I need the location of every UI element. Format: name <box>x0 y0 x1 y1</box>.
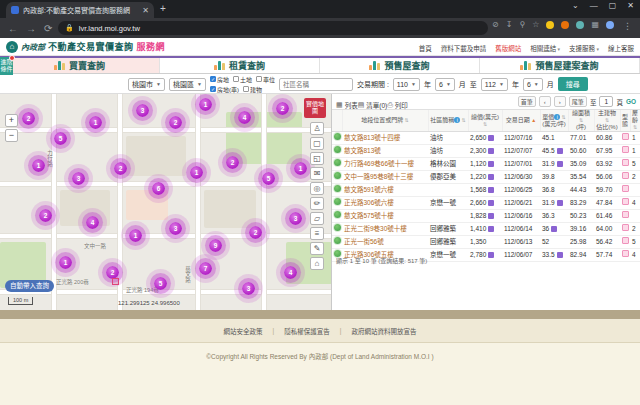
detail-icon[interactable] <box>622 198 629 205</box>
district-select[interactable]: 桃園區▼ <box>169 78 206 91</box>
nav-item-支援服務[interactable]: 支援服務 ▾ <box>569 43 599 53</box>
next-page-button[interactable]: › <box>554 96 566 107</box>
checkbox-box[interactable] <box>210 86 216 92</box>
address-link[interactable]: 力行路469巷66號十一樓 <box>344 160 414 167</box>
parking-included-icon[interactable] <box>488 252 494 258</box>
nav-item-線上客服[interactable]: 線上客服 <box>608 43 634 53</box>
site-logo[interactable]: ⌂ 內政部 不動產交易實價查詢 服務網 <box>6 40 165 53</box>
parking-included-icon[interactable] <box>557 148 563 154</box>
detail-icon[interactable] <box>622 211 629 218</box>
view-清單(0)[interactable]: ▤清單(0) <box>358 100 388 110</box>
checkbox-房地(車)[interactable]: 房地(車) <box>210 85 239 94</box>
price-cluster-marker[interactable]: 6 <box>152 182 165 195</box>
checkbox-房地[interactable]: 房地 <box>210 75 229 84</box>
sort-icon[interactable]: ⇅ <box>460 117 466 123</box>
map-pin-icon[interactable] <box>334 159 341 166</box>
price-cluster-marker[interactable]: 3 <box>169 222 182 235</box>
parking-included-icon[interactable] <box>488 148 494 154</box>
address-link[interactable]: 正光二街9巷30號十樓 <box>344 225 407 232</box>
draw-icon[interactable]: ✎ <box>310 242 324 255</box>
map-zoom-out-button[interactable]: − <box>5 129 18 142</box>
back-icon[interactable]: ← <box>8 23 18 34</box>
checkbox-建物[interactable]: 建物 <box>243 85 262 94</box>
block-icon[interactable]: ⊘ <box>492 20 499 29</box>
price-cluster-marker[interactable]: 3 <box>136 104 149 117</box>
selected-building-marker[interactable] <box>112 278 119 285</box>
price-cluster-marker[interactable]: 1 <box>59 256 72 269</box>
tab-租賃查詢[interactable]: 租賃查詢 <box>160 58 320 73</box>
first-page-button[interactable]: 首筆 <box>518 96 536 107</box>
parking-included-icon[interactable] <box>488 226 494 232</box>
footer-link-政府網站資料開放宣告[interactable]: 政府網站資料開放宣告 <box>351 326 416 336</box>
detail-icon[interactable] <box>622 146 629 153</box>
address-link[interactable]: 正光一街56號 <box>344 238 384 245</box>
parking-included-icon[interactable] <box>551 226 557 232</box>
price-cluster-marker[interactable]: 5 <box>262 172 275 185</box>
detail-icon[interactable] <box>622 250 629 257</box>
detail-icon[interactable] <box>622 172 629 179</box>
sort-icon[interactable]: ⇅ <box>579 117 583 123</box>
detail-icon[interactable] <box>622 159 629 166</box>
measure-icon[interactable]: ✏ <box>310 197 324 210</box>
box-select-icon[interactable]: ▢ <box>310 137 324 150</box>
col-總價(萬元)[interactable]: 總價(萬元) ⇅ <box>468 110 502 132</box>
price-cluster-marker[interactable]: 1 <box>199 98 212 111</box>
price-cluster-marker[interactable]: 2 <box>276 102 289 115</box>
search-button[interactable]: 搜尋 <box>558 77 588 91</box>
checkbox-box[interactable] <box>256 76 262 82</box>
map-pin-icon[interactable] <box>334 198 341 205</box>
price-cluster-marker[interactable]: 3 <box>72 172 85 185</box>
address-link[interactable]: 慈文路591號六樓 <box>344 186 394 193</box>
parking-included-icon[interactable] <box>557 161 563 167</box>
address-link[interactable]: 慈文路813號十四樓 <box>344 134 400 141</box>
tab-預售屋建案查詢[interactable]: 預售屋建案查詢 <box>480 58 640 73</box>
nav-item-相關連結[interactable]: 相關連結 ▾ <box>530 43 560 53</box>
new-tab-button[interactable]: + <box>160 3 166 14</box>
price-cluster-marker[interactable]: 2 <box>39 209 52 222</box>
parking-included-icon[interactable] <box>488 213 494 219</box>
price-cluster-marker[interactable]: 1 <box>32 159 45 172</box>
col-總面積[interactable]: 總面積 ⇅(坪) <box>568 110 594 132</box>
map-pin-icon[interactable] <box>334 172 341 179</box>
window-control-icon[interactable]: ⌄ <box>572 1 579 10</box>
price-cluster-marker[interactable]: 7 <box>199 262 212 275</box>
col-社區簡稱[interactable]: 社區簡稱i ⇅ <box>428 110 468 132</box>
map-pin-icon[interactable] <box>334 224 341 231</box>
price-cluster-marker[interactable]: 5 <box>154 277 167 290</box>
price-cluster-marker[interactable]: 4 <box>284 266 297 279</box>
parking-included-icon[interactable] <box>488 187 494 193</box>
tab-close-icon[interactable]: ✕ <box>142 6 149 15</box>
parking-included-icon[interactable] <box>557 200 563 206</box>
checkbox-土地[interactable]: 土地 <box>233 75 252 84</box>
from-year-select[interactable]: 110▼ <box>393 78 420 91</box>
go-button[interactable]: GO <box>626 98 636 105</box>
price-cluster-marker[interactable]: 1 <box>89 116 102 129</box>
detail-icon[interactable] <box>622 237 629 244</box>
sort-icon[interactable]: ⇅ <box>605 117 609 123</box>
parking-included-icon[interactable] <box>557 252 563 258</box>
locate-icon[interactable]: ◎ <box>310 182 324 195</box>
address-bar[interactable]: 🔒 lvr.land.moi.gov.tw <box>58 21 488 35</box>
checkbox-box[interactable] <box>210 76 216 82</box>
price-cluster-marker[interactable]: 1 <box>190 166 203 179</box>
map-canvas[interactable]: 正光路 200巷正光路 194巷慈文路力行路文中一路 2513214213261… <box>0 94 332 310</box>
last-page-button[interactable]: 尾筆 <box>569 96 587 107</box>
community-name-input[interactable] <box>279 78 353 91</box>
browser-menu-icon[interactable]: ⋮ <box>623 21 632 31</box>
map-pin-icon[interactable] <box>334 146 341 153</box>
map-pin-icon[interactable] <box>334 133 341 140</box>
sort-icon[interactable]: ⇅ <box>560 114 566 120</box>
view-列印[interactable]: ⎙列印 <box>387 100 408 110</box>
map-pin-icon[interactable] <box>334 185 341 192</box>
col-交易日期[interactable]: 交易日期 ▲ <box>502 110 540 132</box>
price-cluster-marker[interactable]: 5 <box>54 132 67 145</box>
to-month-select[interactable]: 6▼ <box>523 78 543 91</box>
sort-asc-icon[interactable]: ▲ <box>530 117 536 123</box>
map-pin-icon[interactable] <box>334 211 341 218</box>
price-cluster-marker[interactable]: 4 <box>238 111 251 124</box>
extension-icon[interactable] <box>576 21 584 29</box>
address-link[interactable]: 正光路306號六樓 <box>344 199 394 206</box>
address-link[interactable]: 慈文路575號十樓 <box>344 212 394 219</box>
parking-included-icon[interactable] <box>488 200 494 206</box>
col-單價[interactable]: 單價i ⇅(萬元/坪) <box>540 110 568 132</box>
